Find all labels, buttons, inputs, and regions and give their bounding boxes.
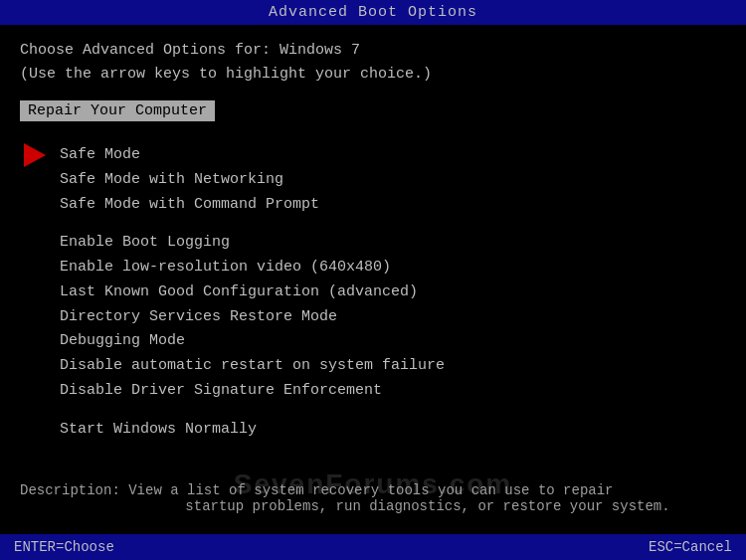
menu-item-directory-services[interactable]: Directory Services Restore Mode [60, 305, 726, 330]
description-area: Description: View a list of system recov… [0, 474, 746, 522]
menu-item-safe-mode[interactable]: Safe Mode [60, 143, 726, 168]
intro-line2: (Use the arrow keys to highlight your ch… [20, 63, 726, 87]
bottom-bar: ENTER=Choose ESC=Cancel [0, 534, 746, 560]
safe-mode-label: Safe Mode [60, 146, 140, 163]
menu-item-boot-logging[interactable]: Enable Boot Logging [60, 231, 726, 256]
advanced-options-group: Enable Boot Logging Enable low-resolutio… [20, 231, 726, 403]
menu-item-safe-mode-networking[interactable]: Safe Mode with Networking [60, 168, 726, 193]
menu-item-low-res[interactable]: Enable low-resolution video (640x480) [60, 256, 726, 280]
safe-mode-networking-label: Safe Mode with Networking [60, 171, 283, 188]
menu-item-debugging[interactable]: Debugging Mode [60, 329, 726, 354]
description-line2: startup problems, run diagnostics, or re… [20, 498, 726, 514]
menu-item-start-normally[interactable]: Start Windows Normally [60, 418, 726, 443]
safe-mode-command-label: Safe Mode with Command Prompt [60, 196, 319, 213]
intro-section: Choose Advanced Options for: Windows 7 (… [20, 39, 726, 87]
title-bar: Advanced Boot Options [0, 0, 746, 25]
safe-mode-group: Safe Mode Safe Mode with Networking Safe… [20, 143, 726, 217]
esc-cancel-label: ESC=Cancel [649, 539, 732, 555]
intro-line1: Choose Advanced Options for: Windows 7 [20, 39, 726, 63]
enter-choose-label: ENTER=Choose [14, 539, 114, 555]
menu-item-safe-mode-command[interactable]: Safe Mode with Command Prompt [60, 193, 726, 218]
description-line1: Description: View a list of system recov… [20, 482, 726, 498]
menu-item-disable-driver[interactable]: Disable Driver Signature Enforcement [60, 379, 726, 404]
main-content: Choose Advanced Options for: Windows 7 (… [0, 25, 746, 466]
repair-computer-label[interactable]: Repair Your Computer [20, 100, 215, 121]
title-text: Advanced Boot Options [269, 4, 477, 21]
menu-item-disable-restart[interactable]: Disable automatic restart on system fail… [60, 354, 726, 379]
highlighted-item[interactable]: Repair Your Computer [20, 100, 726, 133]
menu-item-last-known-good[interactable]: Last Known Good Configuration (advanced) [60, 280, 726, 305]
start-normally-group: Start Windows Normally [20, 418, 726, 443]
selection-arrow-icon [24, 143, 46, 167]
